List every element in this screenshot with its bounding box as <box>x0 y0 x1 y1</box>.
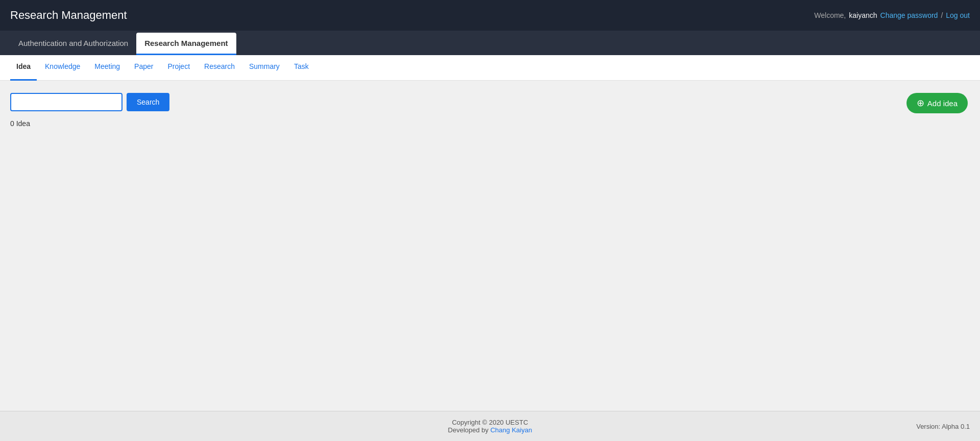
separator: / <box>941 11 943 19</box>
sub-nav-tab-knowledge[interactable]: Knowledge <box>39 55 86 81</box>
sub-nav-tab-idea[interactable]: Idea <box>10 55 37 81</box>
sub-nav-tab-task[interactable]: Task <box>288 55 315 81</box>
sub-nav-tab-research[interactable]: Research <box>198 55 241 81</box>
sub-nav-tab-paper[interactable]: Paper <box>128 55 159 81</box>
app-title: Research Management <box>10 9 127 22</box>
footer: Copyright © 2020 UESTC Developed by Chan… <box>0 411 980 441</box>
top-navbar: Research Management Welcome, kaiyanch Ch… <box>0 0 980 31</box>
sub-nav-tab-project[interactable]: Project <box>161 55 196 81</box>
sub-nav-tab-meeting[interactable]: Meeting <box>88 55 126 81</box>
sub-nav: Idea Knowledge Meeting Paper Project Res… <box>0 55 980 81</box>
idea-count: 0 Idea <box>10 119 970 128</box>
footer-version: Version: Alpha 0.1 <box>916 423 970 430</box>
search-row: Search <box>10 93 970 111</box>
developed-by-prefix: Developed by <box>448 426 489 434</box>
search-button[interactable]: Search <box>127 93 169 111</box>
footer-developer: Developed by Chang Kaiyan <box>10 426 970 434</box>
footer-copyright: Copyright © 2020 UESTC <box>10 419 970 426</box>
plus-icon: ⊕ <box>917 99 924 108</box>
second-nav-tab-auth[interactable]: Authentication and Authorization <box>10 33 136 55</box>
search-input[interactable] <box>10 93 122 111</box>
change-password-link[interactable]: Change password <box>880 11 938 19</box>
add-idea-label: Add idea <box>927 99 958 108</box>
second-nav-tab-research[interactable]: Research Management <box>136 33 236 55</box>
developer-link[interactable]: Chang Kaiyan <box>491 426 532 434</box>
sub-nav-tab-summary[interactable]: Summary <box>243 55 286 81</box>
welcome-text: Welcome, <box>814 11 846 19</box>
username: kaiyanch <box>849 11 877 19</box>
user-info: Welcome, kaiyanch Change password / Log … <box>814 11 970 19</box>
logout-link[interactable]: Log out <box>946 11 970 19</box>
add-idea-button[interactable]: ⊕ Add idea <box>906 93 968 113</box>
main-content: Search 0 Idea ⊕ Add idea <box>0 81 980 411</box>
second-nav: Authentication and Authorization Researc… <box>0 31 980 55</box>
